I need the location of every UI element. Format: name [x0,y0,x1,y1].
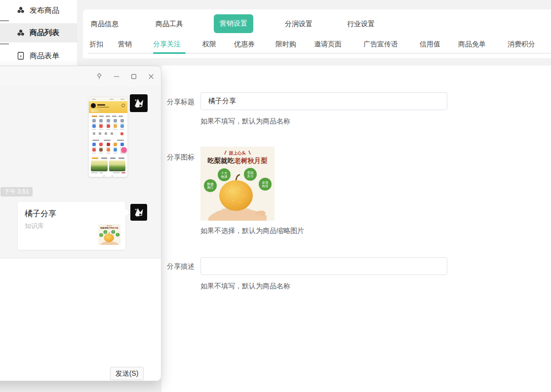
sidebar-item-label: 商品表单 [30,51,59,61]
close-icon[interactable] [147,73,155,80]
pear-product-image: 甜上心头 吃梨就吃老树秋月梨 ·························… [200,147,275,221]
svg-text:个大: 个大 [221,171,228,175]
sidebar-item-label: 商品列表 [30,28,59,38]
phone-menu-card [90,114,126,130]
svg-text:肉厚: 肉厚 [262,184,269,188]
svg-text:x: x [20,54,22,58]
sidebar: 发布商品 商品列表 x 商品表单 [0,0,77,66]
phone-profile-header [89,101,127,113]
svg-text:吃梨就吃老树秋月梨: 吃梨就吃老树秋月梨 [207,157,268,164]
share-icon-image[interactable]: 甜上心头 吃梨就吃老树秋月梨 ·························… [200,147,275,221]
share-title-hint: 如果不填写，默认为商品名称 [200,117,290,125]
subtab-permissions[interactable]: 权限 [202,40,216,47]
subtab-credit-value[interactable]: 信用值 [420,40,440,47]
sidebar-item-product-form[interactable]: x 商品表单 [0,46,77,65]
subtab-flash-sale[interactable]: 限时购 [276,40,296,47]
phone-floating-button [120,147,127,154]
tabs-panel: 商品信息 商品工具 营销设置 分润设置 行业设置 折扣 营销 分享关注 权限 优… [83,9,551,58]
share-card-thumbnail: 甜上心头 吃梨就吃老树秋月梨 个大饱满 香甜多汁 酥脆爽口 皮薄肉厚 [98,224,120,245]
sidebar-item-publish-product[interactable]: 发布商品 [0,1,77,20]
pin-icon[interactable] [95,73,103,80]
app-window: 发布商品 商品列表 x 商品表单 商品信息 商品工具 营 [0,0,551,392]
phone-statusbar [89,97,127,101]
chat-timestamp: 下午 3:51 [0,187,33,196]
tab-marketing-settings-active[interactable]: 营销设置 [214,14,253,33]
svg-text:饱满: 饱满 [221,175,228,179]
svg-text:爽口: 爽口 [207,186,214,190]
share-preview-popup: · · ‹› 下午 3:51 橘子分享 知识库 甜上心头 [0,66,161,381]
share-link-card[interactable]: 橘子分享 知识库 甜上心头 吃梨就吃老树秋月梨 个大饱满 香甜多汁 酥脆爽口 皮… [18,202,125,250]
cubes-icon [17,29,25,37]
sidebar-divider [0,43,9,44]
share-title-input[interactable] [200,92,447,110]
phone-vip-badge [91,109,102,112]
cubes-icon [17,6,25,14]
window-controls [95,73,155,80]
phone-bell-icon [121,104,125,107]
tab-industry-settings[interactable]: 行业设置 [347,20,375,27]
subtab-share-follow-active[interactable]: 分享关注 [153,40,181,47]
tab-label: 营销设置 [220,19,247,28]
phone-pager: ‹› [89,174,127,178]
subtab-active-underline [153,52,186,54]
subtab-ad-slogan[interactable]: 广告宣传语 [363,40,398,47]
share-desc-label: 分享描述 [167,262,195,270]
share-card-subtitle: 知识库 [25,222,44,231]
sidebar-item-label: 发布商品 [30,6,59,15]
svg-text:吃梨就吃老树秋月梨: 吃梨就吃老树秋月梨 [100,227,118,229]
phone-quick-row [90,131,126,137]
svg-text:多汁: 多汁 [247,174,254,178]
phone-avatar [91,103,96,108]
share-card-title: 橘子分享 [25,209,56,219]
share-icon-label: 分享图标 [167,153,195,161]
tab-product-info[interactable]: 商品信息 [91,20,118,27]
tab-profit-settings[interactable]: 分润设置 [285,20,313,27]
message-input-area[interactable] [0,258,161,381]
share-title-label: 分享标题 [167,98,195,106]
share-icon-hint: 如果不选择，默认为商品缩略图片 [200,227,304,235]
phone-services-card: · · [90,138,126,156]
user-avatar [130,204,147,221]
subtab-coupons[interactable]: 优惠券 [234,40,255,47]
subtab-consume-points[interactable]: 消费积分 [508,40,535,47]
minimize-icon[interactable] [113,73,120,80]
svg-text:甜上心头: 甜上心头 [229,151,246,156]
share-desc-hint: 如果不填写，默认为商品名称 [200,282,290,290]
phone-feed-images [89,160,127,172]
share-desc-input[interactable] [200,257,447,275]
svg-text:···························: ··························· [214,166,261,168]
subtab-invite-page[interactable]: 邀请页面 [314,40,342,47]
subtab-marketing[interactable]: 营销 [118,40,132,47]
sidebar-item-product-list[interactable]: 商品列表 [0,23,77,42]
file-x-icon: x [17,52,25,60]
user-avatar [130,94,148,112]
sidebar-divider [0,20,9,21]
subtab-discount[interactable]: 折扣 [89,40,103,47]
maximize-icon[interactable] [130,73,137,80]
send-button[interactable]: 发送(S) [110,367,144,380]
phone-screenshot-preview[interactable]: · · ‹› [88,97,128,177]
subtab-free-order[interactable]: 商品免单 [458,40,486,47]
tab-product-tools[interactable]: 商品工具 [156,20,183,27]
